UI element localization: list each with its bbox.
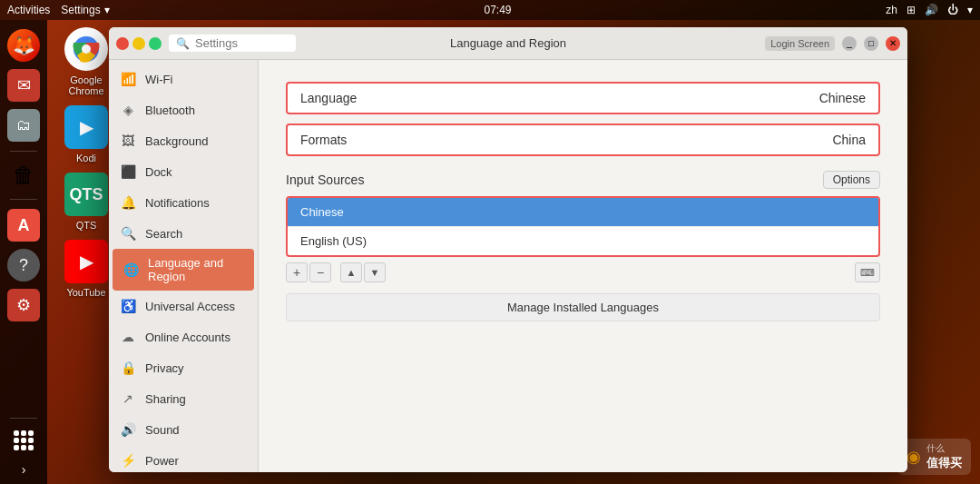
bluetooth-icon: ◈ (120, 102, 136, 118)
manage-languages-button[interactable]: Manage Installed Languages (286, 293, 880, 321)
settings-sidebar: 📶 Wi-Fi ◈ Bluetooth 🖼 Background ⬛ Dock … (109, 60, 259, 472)
sidebar-item-wifi[interactable]: 📶 Wi-Fi (109, 64, 258, 94)
window-title: Language and Region (450, 36, 566, 50)
login-screen-button[interactable]: Login Screen (765, 36, 835, 51)
input-sources-header: Input Sources Options (286, 171, 880, 189)
sidebar-item-search[interactable]: 🔍 Search (109, 218, 258, 249)
sidebar-item-online-accounts[interactable]: ☁ Online Accounts (109, 321, 258, 352)
background-icon: 🖼 (120, 133, 136, 149)
titlebar-max-button[interactable]: □ (864, 36, 878, 51)
sidebar-item-dock[interactable]: ⬛ Dock (109, 156, 258, 187)
clock: 07:49 (484, 4, 511, 16)
dock: 🦊 ✉ 🗂 🗑 A ? ⚙ (0, 20, 47, 484)
universal-access-icon: ♿ (120, 298, 136, 314)
window-maximize-button[interactable] (149, 37, 162, 50)
move-down-button[interactable]: ▼ (364, 262, 386, 282)
move-up-button[interactable]: ▲ (340, 262, 362, 282)
options-button[interactable]: Options (823, 171, 880, 189)
settings-menu[interactable]: Settings ▾ (61, 4, 109, 16)
top-bar: Activities Settings ▾ 07:49 zh ⊞ 🔊 ⏻ ▾ (0, 0, 980, 20)
activities-button[interactable]: Activities (7, 4, 50, 16)
titlebar-right: Login Screen _ □ ✕ (765, 36, 900, 51)
titlebar-min-button[interactable]: _ (842, 36, 857, 51)
dock-icon-help[interactable]: ? (5, 247, 42, 283)
svg-point-2 (82, 44, 91, 54)
sidebar-item-bluetooth[interactable]: ◈ Bluetooth (109, 94, 258, 125)
dock-separator (10, 151, 37, 152)
settings-window: 🔍 Language and Region Login Screen _ □ ✕… (109, 27, 907, 472)
dock-icon-files[interactable]: 🗂 (5, 107, 42, 143)
online-accounts-icon: ☁ (120, 329, 136, 345)
language-label: Language (300, 91, 357, 105)
window-minimize-button[interactable] (132, 37, 145, 50)
desktop-icon-qts-label: QTS (76, 220, 97, 231)
window-controls (116, 37, 162, 50)
sidebar-item-sharing[interactable]: ↗ Sharing (109, 383, 258, 414)
formats-row[interactable]: Formats China (286, 123, 880, 156)
remove-source-button[interactable]: − (309, 262, 331, 282)
search-icon-sidebar: 🔍 (120, 225, 136, 242)
dock-expand-icon[interactable]: › (22, 462, 26, 477)
language-row[interactable]: Language Chinese (286, 82, 880, 114)
topbar-arrow-icon[interactable]: ▾ (967, 4, 973, 16)
dock-icon-apps[interactable] (5, 422, 42, 459)
dock-icon-firefox[interactable]: 🦊 (5, 27, 42, 64)
titlebar-search[interactable]: 🔍 (169, 35, 296, 52)
sidebar-item-universal-access[interactable]: ♿ Universal Access (109, 291, 258, 321)
volume-icon[interactable]: 🔊 (925, 4, 938, 16)
sharing-icon: ↗ (120, 390, 136, 407)
dock-icon-sidebar: ⬛ (120, 163, 136, 180)
input-controls: + − ▲ ▼ ⌨ (286, 262, 880, 282)
power-icon[interactable]: ⏻ (947, 4, 958, 16)
privacy-icon: 🔒 (120, 360, 136, 376)
sidebar-item-sound[interactable]: 🔊 Sound (109, 414, 258, 445)
language-icon: 🌐 (123, 262, 139, 278)
sidebar-item-language[interactable]: 🌐 Language and Region (113, 249, 254, 291)
dock-icon-appstore[interactable]: A (5, 207, 42, 243)
input-source-chinese[interactable]: Chinese (288, 198, 878, 227)
wifi-icon: 📶 (120, 71, 136, 87)
settings-main: Language Chinese Formats China Input Sou… (259, 60, 907, 472)
dock-icon-mail[interactable]: ✉ (5, 67, 42, 104)
window-body: 📶 Wi-Fi ◈ Bluetooth 🖼 Background ⬛ Dock … (109, 60, 907, 472)
input-sources-title: Input Sources (286, 173, 364, 187)
formats-label: Formats (300, 133, 347, 147)
language-indicator[interactable]: zh (886, 4, 897, 16)
desktop-icon-youtube-label: YouTube (66, 287, 105, 298)
sidebar-item-background[interactable]: 🖼 Background (109, 125, 258, 156)
formats-value: China (832, 133, 866, 147)
search-input[interactable] (195, 36, 289, 50)
corner-logo-icon: ◉ (906, 447, 921, 467)
corner-logo-prefix: 什么 (926, 442, 962, 455)
add-source-button[interactable]: + (286, 262, 308, 282)
sidebar-item-privacy[interactable]: 🔒 Privacy (109, 352, 258, 383)
dock-icon-rubbish[interactable]: 🗑 (5, 159, 42, 192)
notifications-icon: 🔔 (120, 194, 136, 211)
network-icon[interactable]: ⊞ (906, 4, 916, 16)
language-value: Chinese (819, 91, 866, 105)
window-titlebar: 🔍 Language and Region Login Screen _ □ ✕ (109, 27, 907, 60)
titlebar-close-button[interactable]: ✕ (886, 36, 900, 51)
input-source-english-us[interactable]: English (US) (288, 227, 878, 255)
dock-separator-2 (10, 199, 37, 200)
desktop-icon-kodi-label: Kodi (76, 153, 96, 163)
window-close-button[interactable] (116, 37, 129, 50)
corner-logo: ◉ 什么 值得买 (897, 439, 971, 475)
corner-logo-text: 值得买 (926, 455, 962, 471)
input-sources-list: Chinese English (US) (286, 196, 880, 257)
keyboard-settings-button[interactable]: ⌨ (855, 262, 880, 282)
sidebar-item-power[interactable]: ⚡ Power (109, 445, 258, 472)
search-icon: 🔍 (176, 37, 190, 50)
sound-icon: 🔊 (120, 421, 136, 438)
arrow-group: ▲ ▼ (340, 262, 386, 282)
dock-icon-settings-tool[interactable]: ⚙ (5, 287, 42, 323)
power-icon-sidebar: ⚡ (120, 452, 136, 469)
sidebar-item-notifications[interactable]: 🔔 Notifications (109, 187, 258, 218)
